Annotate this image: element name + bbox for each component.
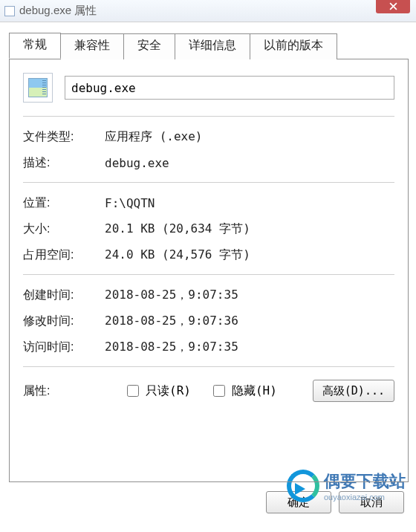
titlebar: debug.exe 属性 <box>0 0 416 22</box>
file-type-value: 应用程序 (.exe) <box>105 129 202 145</box>
attributes-label: 属性: <box>23 383 105 399</box>
size-label: 大小: <box>23 221 105 237</box>
created-row: 创建时间: 2018-08-25，9:07:35 <box>23 282 394 308</box>
divider <box>23 182 394 183</box>
readonly-checkbox-label: 只读(R) <box>146 383 191 399</box>
divider <box>23 366 394 367</box>
close-button[interactable] <box>376 0 410 13</box>
tab-strip: 常规 兼容性 安全 详细信息 以前的版本 <box>9 33 416 59</box>
file-type-row: 文件类型: 应用程序 (.exe) <box>23 124 394 150</box>
modified-row: 修改时间: 2018-08-25，9:07:36 <box>23 308 394 334</box>
accessed-row: 访问时间: 2018-08-25，9:07:35 <box>23 334 394 360</box>
advanced-button[interactable]: 高级(D)... <box>313 380 394 402</box>
description-row: 描述: debug.exe <box>23 150 394 176</box>
ok-button[interactable]: 确定 <box>266 491 331 513</box>
file-type-label: 文件类型: <box>23 129 105 145</box>
location-row: 位置: F:\QQTN <box>23 190 394 216</box>
dialog-buttons: 确定 取消 <box>0 482 416 513</box>
modified-value: 2018-08-25，9:07:36 <box>105 314 238 329</box>
hidden-checkbox-input[interactable] <box>213 385 225 397</box>
location-value: F:\QQTN <box>105 196 155 210</box>
cancel-button[interactable]: 取消 <box>339 491 404 513</box>
size-on-disk-row: 占用空间: 24.0 KB (24,576 字节) <box>23 242 394 268</box>
size-on-disk-label: 占用空间: <box>23 247 105 263</box>
accessed-value: 2018-08-25，9:07:35 <box>105 340 238 355</box>
tab-security[interactable]: 安全 <box>123 33 175 59</box>
window-title: debug.exe 属性 <box>19 4 97 18</box>
divider <box>23 116 394 117</box>
hidden-checkbox[interactable]: 隐藏(H) <box>210 383 277 399</box>
readonly-checkbox-input[interactable] <box>127 385 139 397</box>
hidden-checkbox-label: 隐藏(H) <box>232 383 277 399</box>
created-value: 2018-08-25，9:07:35 <box>105 288 238 303</box>
filename-input[interactable] <box>65 76 394 100</box>
tab-previous-versions[interactable]: 以前的版本 <box>250 33 337 59</box>
filename-row <box>23 73 394 110</box>
general-panel: 文件类型: 应用程序 (.exe) 描述: debug.exe 位置: F:\Q… <box>9 59 409 482</box>
modified-label: 修改时间: <box>23 314 105 329</box>
tab-general[interactable]: 常规 <box>9 33 61 59</box>
file-icon <box>23 73 53 103</box>
created-label: 创建时间: <box>23 288 105 303</box>
accessed-label: 访问时间: <box>23 340 105 355</box>
divider <box>23 274 394 275</box>
description-label: 描述: <box>23 155 105 171</box>
size-value: 20.1 KB (20,634 字节) <box>105 221 250 237</box>
tab-details[interactable]: 详细信息 <box>175 33 250 59</box>
attributes-row: 属性: 只读(R) 隐藏(H) 高级(D)... <box>23 374 394 407</box>
close-icon <box>389 2 397 10</box>
size-on-disk-value: 24.0 KB (24,576 字节) <box>105 247 250 263</box>
tab-compatibility[interactable]: 兼容性 <box>60 33 124 59</box>
size-row: 大小: 20.1 KB (20,634 字节) <box>23 216 394 242</box>
readonly-checkbox[interactable]: 只读(R) <box>124 383 191 399</box>
location-label: 位置: <box>23 195 105 211</box>
app-icon <box>4 6 15 16</box>
description-value: debug.exe <box>105 156 169 170</box>
